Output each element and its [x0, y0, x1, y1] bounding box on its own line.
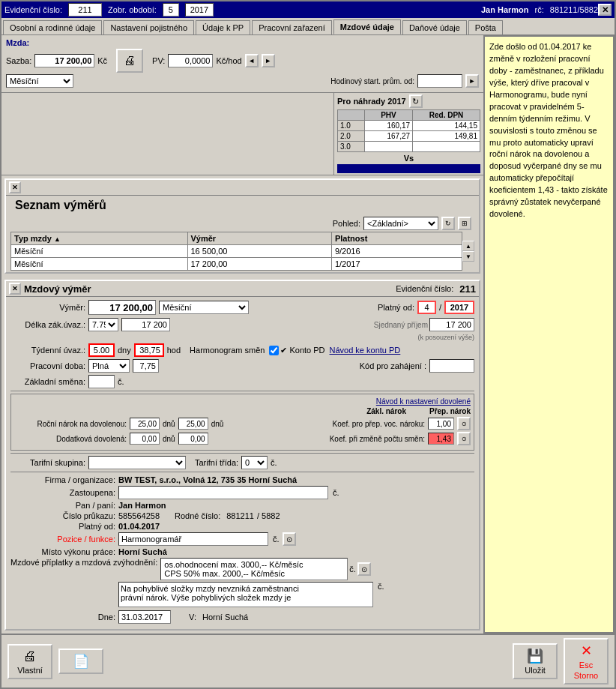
vymer-type-select[interactable]: Měsíční — [159, 301, 249, 314]
sjednavy-label: Sjednaný příjem — [374, 321, 428, 329]
tab-udaje-pp[interactable]: Údaje k PP — [196, 20, 250, 34]
platny-od-year[interactable] — [444, 301, 474, 314]
pv-fwd-btn[interactable]: ► — [262, 54, 275, 67]
tab-personal[interactable]: Osobní a rodinné údaje — [3, 20, 102, 34]
navod-konto-link[interactable]: Návod ke kontu PD — [330, 346, 401, 355]
vymer-ev-label: Evidenční číslo: — [396, 284, 453, 293]
pv-back-btn[interactable]: ◄ — [245, 54, 259, 67]
dne-label: Dne: — [10, 613, 115, 622]
konto-pd-checkbox-label[interactable]: ✔ Konto PD — [269, 346, 324, 355]
pv-unit: Kč/hod — [216, 56, 241, 65]
vymer-value-input[interactable] — [88, 300, 156, 315]
zahajeni-input[interactable] — [429, 359, 474, 373]
nahrady-refresh-btn[interactable]: ↻ — [409, 94, 423, 108]
tab-pojistne[interactable]: Nastavení pojistného — [103, 20, 194, 34]
table-row[interactable]: Měsíční 17 200,00 1/2017 — [11, 258, 462, 271]
priplatky-btn[interactable]: ⊙ — [357, 562, 371, 576]
seznam-titlebar: ✕ — [6, 180, 479, 196]
col-vymer[interactable]: Výměr — [187, 232, 331, 245]
row1-platnost: 9/2016 — [331, 245, 462, 258]
row2-typ: Měsíční — [11, 258, 188, 271]
pan-value: Jan Harmon — [118, 501, 166, 510]
right-info-panel: Zde došlo od 01.04.2017 ke změně v rozlo… — [483, 35, 615, 634]
harmonogram-label: Harmonogram směn — [190, 346, 265, 355]
seznam-nav-btn[interactable]: ⊞ — [458, 217, 471, 230]
scroll-up-btn[interactable]: ▲ — [462, 241, 474, 251]
scroll-down-btn[interactable]: ▼ — [462, 251, 474, 262]
prac-doba-input[interactable] — [133, 359, 159, 373]
pohled-label: Pohled: — [333, 219, 360, 228]
rodne-cislo-label: Rodné číslo: — [175, 511, 220, 520]
koef-btn[interactable]: ⊙ — [457, 417, 471, 430]
sazba-input[interactable]: 17 200,00 — [34, 54, 94, 67]
prac-doba-select[interactable]: Plná — [88, 359, 130, 373]
prumy-red-2: 149,81 — [413, 131, 480, 142]
sjednavy-input[interactable] — [429, 318, 474, 331]
seznam-table: Typ mzdy ▲ Výměr Platnost — [10, 232, 462, 271]
storno-label: Storno — [574, 671, 598, 680]
zakl-narok-header: Zákl. nárok — [354, 407, 406, 415]
zahajeni-label: Kód pro zahájení : — [360, 361, 426, 370]
table-row[interactable]: Měsíční 16 500,00 9/2016 — [11, 245, 462, 258]
col-platnost[interactable]: Platnost — [331, 232, 462, 245]
hodinovy-btn[interactable]: ► — [465, 74, 479, 88]
platny-od2-value: 01.04.2017 — [118, 522, 160, 531]
koef-input[interactable] — [428, 418, 454, 430]
tyden-value-input[interactable] — [88, 343, 115, 357]
storno-button[interactable]: ✕ Esc Storno — [564, 638, 609, 685]
firma-value: BW TEST, s.r.o., Volná 12, 735 35 Horní … — [118, 475, 297, 484]
prumy-row-2: 2.0 167,27 149,81 — [338, 131, 480, 142]
ev-cislo-input[interactable]: 211 — [68, 3, 102, 16]
vymer-close-btn[interactable]: ✕ — [9, 283, 21, 295]
koef2-btn[interactable]: ⊙ — [457, 432, 471, 445]
delka-select[interactable]: 7.75 — [88, 318, 118, 331]
rocni-days2[interactable] — [178, 418, 208, 430]
dne-input[interactable] — [118, 610, 171, 624]
bottom-bar: 🖨 Vlastní 📄 💾 Uložit ✕ Esc Storno — [1, 634, 615, 688]
mzda-type-select[interactable]: Měsíční — [6, 74, 73, 88]
prumy-table: PHV Red. DPN 1.0 160,17 144,15 2.0 — [337, 109, 480, 152]
close-button[interactable]: ✕ — [598, 4, 612, 16]
navod-dovolene-link[interactable]: Návod k nastavení dovolené — [376, 397, 471, 406]
hodinovy-input[interactable] — [417, 74, 462, 88]
zobr-value-input[interactable] — [163, 3, 179, 16]
pan-label: Pan / paní: — [10, 501, 115, 510]
seznam-refresh-btn[interactable]: ↻ — [441, 217, 455, 230]
platny-od-month[interactable] — [417, 301, 436, 314]
dodatk-days2[interactable] — [178, 433, 208, 445]
vlastni-button[interactable]: 🖨 Vlastní — [7, 644, 52, 679]
col-typ[interactable]: Typ mzdy ▲ — [11, 232, 188, 245]
pozice-btn[interactable]: ⊙ — [283, 532, 296, 546]
vymerit-button[interactable]: 🖨 — [116, 49, 143, 73]
prumy-label-2: 2.0 — [338, 131, 365, 142]
rocni-days1[interactable] — [130, 418, 160, 430]
zakladni-smena-input[interactable] — [88, 375, 115, 388]
rodne-cislo-value: 881211 — [226, 511, 254, 520]
konto-pd-checkbox[interactable] — [269, 346, 279, 355]
tab-mzdove[interactable]: Mzdové údaje — [333, 19, 401, 34]
delka2-input[interactable] — [121, 318, 170, 331]
pozice-input[interactable] — [118, 532, 268, 546]
pohled-select[interactable]: <Základní> — [363, 217, 438, 230]
text-area-input[interactable]: Na pohyblivé složky mzdy nevzniká zaměst… — [118, 582, 373, 607]
tarifni-skupina-select[interactable] — [88, 456, 186, 469]
pv-input[interactable] — [168, 54, 213, 67]
tyden-hod-input[interactable] — [134, 343, 164, 357]
tarifni-trida-label: Tarifní třída: — [195, 458, 238, 467]
sjednavy-note: (k posouzení výše) — [417, 334, 474, 341]
dodatk-days1[interactable] — [130, 433, 160, 445]
scroll-btns: ▲ ▼ — [462, 232, 474, 271]
seznam-close-btn[interactable]: ✕ — [9, 181, 21, 193]
pozice-unit: č. — [273, 535, 280, 544]
some-button[interactable]: 📄 — [58, 649, 103, 674]
tarifni-trida-select[interactable]: 0 — [241, 456, 268, 469]
zastoupena-input[interactable] — [118, 486, 328, 499]
year-input[interactable] — [185, 3, 214, 16]
zastoupena-label: Zastoupena: — [10, 488, 115, 497]
tab-pracovni[interactable]: Pracovní zařazení — [252, 20, 332, 34]
tab-posta[interactable]: Pošta — [468, 20, 503, 34]
koef2-input[interactable] — [428, 433, 454, 445]
tab-danove[interactable]: Daňové údaje — [402, 20, 467, 34]
vymer-dialog: ✕ Mzdový výměr Evidenční číslo: 211 Výmě… — [4, 280, 480, 631]
ulozit-button[interactable]: 💾 Uložit — [513, 643, 558, 679]
